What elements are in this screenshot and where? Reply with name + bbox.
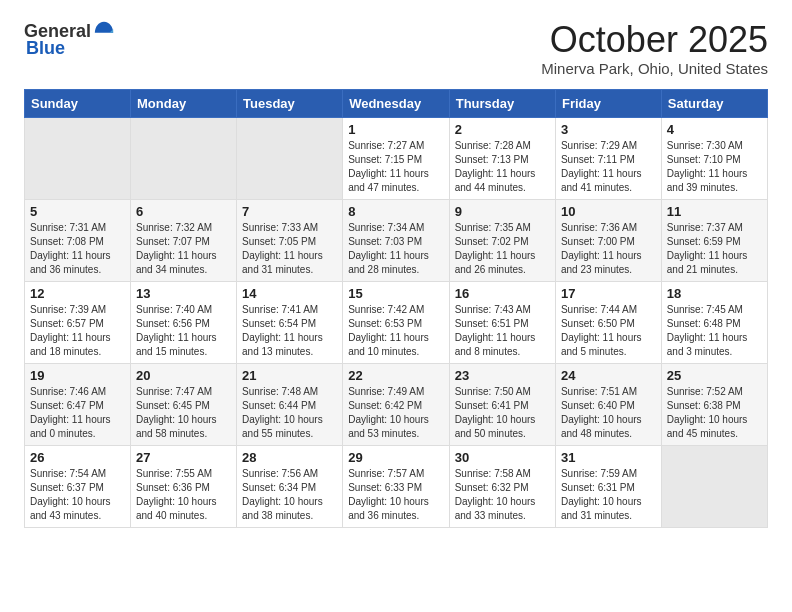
empty-cell	[131, 117, 237, 199]
day-number: 24	[561, 368, 656, 383]
weekday-header-saturday: Saturday	[661, 89, 767, 117]
day-number: 30	[455, 450, 550, 465]
day-cell-9: 9Sunrise: 7:35 AM Sunset: 7:02 PM Daylig…	[449, 199, 555, 281]
title-area: October 2025 Minerva Park, Ohio, United …	[541, 20, 768, 77]
day-info: Sunrise: 7:48 AM Sunset: 6:44 PM Dayligh…	[242, 385, 337, 441]
day-info: Sunrise: 7:56 AM Sunset: 6:34 PM Dayligh…	[242, 467, 337, 523]
calendar: SundayMondayTuesdayWednesdayThursdayFrid…	[24, 89, 768, 528]
day-info: Sunrise: 7:32 AM Sunset: 7:07 PM Dayligh…	[136, 221, 231, 277]
day-info: Sunrise: 7:46 AM Sunset: 6:47 PM Dayligh…	[30, 385, 125, 441]
day-number: 13	[136, 286, 231, 301]
month-title: October 2025	[541, 20, 768, 60]
day-info: Sunrise: 7:44 AM Sunset: 6:50 PM Dayligh…	[561, 303, 656, 359]
day-cell-15: 15Sunrise: 7:42 AM Sunset: 6:53 PM Dayli…	[343, 281, 450, 363]
day-cell-24: 24Sunrise: 7:51 AM Sunset: 6:40 PM Dayli…	[555, 363, 661, 445]
day-info: Sunrise: 7:30 AM Sunset: 7:10 PM Dayligh…	[667, 139, 762, 195]
day-number: 31	[561, 450, 656, 465]
day-info: Sunrise: 7:36 AM Sunset: 7:00 PM Dayligh…	[561, 221, 656, 277]
day-cell-21: 21Sunrise: 7:48 AM Sunset: 6:44 PM Dayli…	[237, 363, 343, 445]
day-number: 3	[561, 122, 656, 137]
week-row-2: 5Sunrise: 7:31 AM Sunset: 7:08 PM Daylig…	[25, 199, 768, 281]
day-info: Sunrise: 7:34 AM Sunset: 7:03 PM Dayligh…	[348, 221, 444, 277]
header: General Blue October 2025 Minerva Park, …	[24, 20, 768, 77]
day-number: 5	[30, 204, 125, 219]
day-info: Sunrise: 7:52 AM Sunset: 6:38 PM Dayligh…	[667, 385, 762, 441]
day-number: 1	[348, 122, 444, 137]
day-cell-25: 25Sunrise: 7:52 AM Sunset: 6:38 PM Dayli…	[661, 363, 767, 445]
day-info: Sunrise: 7:51 AM Sunset: 6:40 PM Dayligh…	[561, 385, 656, 441]
day-cell-29: 29Sunrise: 7:57 AM Sunset: 6:33 PM Dayli…	[343, 445, 450, 527]
day-info: Sunrise: 7:29 AM Sunset: 7:11 PM Dayligh…	[561, 139, 656, 195]
day-number: 23	[455, 368, 550, 383]
day-number: 9	[455, 204, 550, 219]
day-cell-18: 18Sunrise: 7:45 AM Sunset: 6:48 PM Dayli…	[661, 281, 767, 363]
day-info: Sunrise: 7:43 AM Sunset: 6:51 PM Dayligh…	[455, 303, 550, 359]
weekday-header-wednesday: Wednesday	[343, 89, 450, 117]
day-cell-28: 28Sunrise: 7:56 AM Sunset: 6:34 PM Dayli…	[237, 445, 343, 527]
week-row-4: 19Sunrise: 7:46 AM Sunset: 6:47 PM Dayli…	[25, 363, 768, 445]
day-number: 26	[30, 450, 125, 465]
day-cell-20: 20Sunrise: 7:47 AM Sunset: 6:45 PM Dayli…	[131, 363, 237, 445]
day-number: 28	[242, 450, 337, 465]
day-cell-14: 14Sunrise: 7:41 AM Sunset: 6:54 PM Dayli…	[237, 281, 343, 363]
day-cell-7: 7Sunrise: 7:33 AM Sunset: 7:05 PM Daylig…	[237, 199, 343, 281]
day-info: Sunrise: 7:49 AM Sunset: 6:42 PM Dayligh…	[348, 385, 444, 441]
day-info: Sunrise: 7:42 AM Sunset: 6:53 PM Dayligh…	[348, 303, 444, 359]
location-title: Minerva Park, Ohio, United States	[541, 60, 768, 77]
day-number: 21	[242, 368, 337, 383]
day-cell-5: 5Sunrise: 7:31 AM Sunset: 7:08 PM Daylig…	[25, 199, 131, 281]
day-number: 12	[30, 286, 125, 301]
day-info: Sunrise: 7:59 AM Sunset: 6:31 PM Dayligh…	[561, 467, 656, 523]
day-cell-22: 22Sunrise: 7:49 AM Sunset: 6:42 PM Dayli…	[343, 363, 450, 445]
day-info: Sunrise: 7:35 AM Sunset: 7:02 PM Dayligh…	[455, 221, 550, 277]
day-cell-8: 8Sunrise: 7:34 AM Sunset: 7:03 PM Daylig…	[343, 199, 450, 281]
weekday-header-friday: Friday	[555, 89, 661, 117]
day-info: Sunrise: 7:45 AM Sunset: 6:48 PM Dayligh…	[667, 303, 762, 359]
day-cell-3: 3Sunrise: 7:29 AM Sunset: 7:11 PM Daylig…	[555, 117, 661, 199]
day-cell-12: 12Sunrise: 7:39 AM Sunset: 6:57 PM Dayli…	[25, 281, 131, 363]
day-cell-23: 23Sunrise: 7:50 AM Sunset: 6:41 PM Dayli…	[449, 363, 555, 445]
day-cell-30: 30Sunrise: 7:58 AM Sunset: 6:32 PM Dayli…	[449, 445, 555, 527]
day-cell-16: 16Sunrise: 7:43 AM Sunset: 6:51 PM Dayli…	[449, 281, 555, 363]
day-cell-13: 13Sunrise: 7:40 AM Sunset: 6:56 PM Dayli…	[131, 281, 237, 363]
empty-cell	[661, 445, 767, 527]
day-cell-31: 31Sunrise: 7:59 AM Sunset: 6:31 PM Dayli…	[555, 445, 661, 527]
day-number: 18	[667, 286, 762, 301]
day-info: Sunrise: 7:47 AM Sunset: 6:45 PM Dayligh…	[136, 385, 231, 441]
day-info: Sunrise: 7:27 AM Sunset: 7:15 PM Dayligh…	[348, 139, 444, 195]
day-number: 27	[136, 450, 231, 465]
day-number: 4	[667, 122, 762, 137]
day-number: 10	[561, 204, 656, 219]
day-info: Sunrise: 7:41 AM Sunset: 6:54 PM Dayligh…	[242, 303, 337, 359]
day-info: Sunrise: 7:40 AM Sunset: 6:56 PM Dayligh…	[136, 303, 231, 359]
day-info: Sunrise: 7:31 AM Sunset: 7:08 PM Dayligh…	[30, 221, 125, 277]
day-number: 20	[136, 368, 231, 383]
day-number: 15	[348, 286, 444, 301]
day-info: Sunrise: 7:57 AM Sunset: 6:33 PM Dayligh…	[348, 467, 444, 523]
day-number: 16	[455, 286, 550, 301]
logo: General Blue	[24, 20, 115, 59]
day-number: 14	[242, 286, 337, 301]
logo-blue-text: Blue	[26, 38, 65, 59]
day-number: 7	[242, 204, 337, 219]
day-number: 25	[667, 368, 762, 383]
day-number: 29	[348, 450, 444, 465]
day-cell-4: 4Sunrise: 7:30 AM Sunset: 7:10 PM Daylig…	[661, 117, 767, 199]
day-number: 8	[348, 204, 444, 219]
day-cell-10: 10Sunrise: 7:36 AM Sunset: 7:00 PM Dayli…	[555, 199, 661, 281]
day-cell-1: 1Sunrise: 7:27 AM Sunset: 7:15 PM Daylig…	[343, 117, 450, 199]
day-number: 22	[348, 368, 444, 383]
weekday-header-thursday: Thursday	[449, 89, 555, 117]
week-row-1: 1Sunrise: 7:27 AM Sunset: 7:15 PM Daylig…	[25, 117, 768, 199]
day-info: Sunrise: 7:39 AM Sunset: 6:57 PM Dayligh…	[30, 303, 125, 359]
day-number: 19	[30, 368, 125, 383]
day-info: Sunrise: 7:37 AM Sunset: 6:59 PM Dayligh…	[667, 221, 762, 277]
day-number: 11	[667, 204, 762, 219]
day-cell-26: 26Sunrise: 7:54 AM Sunset: 6:37 PM Dayli…	[25, 445, 131, 527]
day-info: Sunrise: 7:50 AM Sunset: 6:41 PM Dayligh…	[455, 385, 550, 441]
day-cell-17: 17Sunrise: 7:44 AM Sunset: 6:50 PM Dayli…	[555, 281, 661, 363]
day-number: 6	[136, 204, 231, 219]
day-info: Sunrise: 7:58 AM Sunset: 6:32 PM Dayligh…	[455, 467, 550, 523]
logo-icon	[93, 20, 115, 42]
week-row-5: 26Sunrise: 7:54 AM Sunset: 6:37 PM Dayli…	[25, 445, 768, 527]
